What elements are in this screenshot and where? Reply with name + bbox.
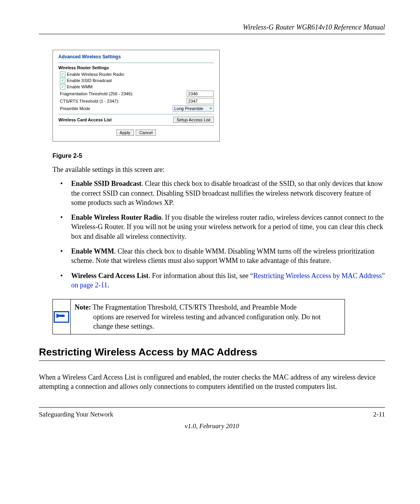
note-icon-cell bbox=[53, 299, 71, 334]
bullet-text: . Clear this check box to disable WMM. D… bbox=[71, 247, 374, 264]
checkbox-label: Enable Wireless Router Radio bbox=[67, 72, 124, 77]
cancel-button[interactable]: Cancel bbox=[136, 130, 156, 136]
footer-rule bbox=[39, 407, 385, 408]
wireless-router-settings-heading: Wireless Router Settings bbox=[58, 65, 214, 70]
list-item: Enable WMM. Clear this check box to disa… bbox=[60, 247, 385, 266]
note-line2: options are reserved for wireless testin… bbox=[75, 312, 341, 331]
footer-row: Safeguarding Your Network 2-11 bbox=[39, 411, 385, 418]
bullet-bold: Wireless Card Access List bbox=[71, 272, 149, 280]
fragmentation-input[interactable] bbox=[187, 91, 214, 97]
checkbox-label: Enable SSID Broadcast bbox=[67, 78, 112, 83]
field-label-cts: CTS/RTS Threshold (1 - 2347): bbox=[60, 99, 187, 103]
panel-divider bbox=[58, 63, 214, 63]
intro-paragraph: The available settings in this screen ar… bbox=[52, 165, 385, 174]
section-paragraph: When a Wireless Card Access List is conf… bbox=[39, 373, 385, 392]
list-item: Enable SSID Broadcast. Clear this check … bbox=[60, 179, 385, 207]
bullet-bold: Enable Wireless Router Radio bbox=[71, 214, 161, 221]
section-heading: Restricting Wireless Access by MAC Addre… bbox=[39, 346, 385, 358]
note-line1: The Fragmentation Threshold, CTS/RTS Thr… bbox=[91, 303, 297, 311]
panel-divider bbox=[58, 114, 214, 114]
apply-button[interactable]: Apply bbox=[116, 130, 134, 136]
page-number: 2-11 bbox=[373, 411, 385, 418]
bullet-text: . For information about this list, see bbox=[149, 272, 250, 280]
section-rule bbox=[39, 360, 385, 361]
arrow-icon bbox=[54, 311, 69, 323]
note-label: Note: bbox=[75, 303, 91, 311]
list-item: Enable Wireless Router Radio. If you dis… bbox=[60, 213, 385, 241]
checkbox-enable-wmm[interactable]: ✓ bbox=[60, 84, 65, 89]
checkbox-label: Enable WMM bbox=[67, 84, 93, 89]
preamble-select[interactable]: Long Preamble bbox=[173, 105, 214, 112]
note-text: Note: The Fragmentation Threshold, CTS/R… bbox=[71, 299, 345, 334]
figure-caption: Figure 2-5 bbox=[52, 152, 385, 159]
bullet-bold: Enable SSID Broadcast bbox=[71, 180, 142, 187]
bullet-text: . bbox=[107, 281, 109, 289]
field-label-preamble: Preamble Mode bbox=[60, 106, 173, 111]
checkbox-enable-ssid[interactable]: ✓ bbox=[60, 78, 65, 83]
checkbox-enable-radio[interactable]: ✓ bbox=[60, 72, 65, 77]
panel-title: Advanced Wireless Settings bbox=[58, 54, 214, 60]
setup-access-list-button[interactable]: Setup Access List bbox=[173, 117, 214, 123]
header-rule bbox=[39, 34, 385, 34]
doc-header-title: Wireless-G Router WGR614v10 Reference Ma… bbox=[39, 23, 385, 32]
advanced-wireless-panel: Advanced Wireless Settings Wireless Rout… bbox=[52, 50, 220, 142]
settings-list: Enable SSID Broadcast. Clear this check … bbox=[60, 179, 385, 290]
field-label-frag: Fragmentation Threshold (256 - 2346): bbox=[60, 91, 187, 96]
panel-divider bbox=[58, 125, 214, 126]
bullet-bold: Enable WMM bbox=[71, 247, 114, 255]
list-item: Wireless Card Access List. For informati… bbox=[60, 271, 385, 290]
note-box: Note: The Fragmentation Threshold, CTS/R… bbox=[52, 299, 345, 334]
ctsrts-input[interactable] bbox=[187, 98, 214, 104]
wireless-card-acl-heading: Wireless Card Access List bbox=[58, 117, 173, 122]
footer-left: Safeguarding Your Network bbox=[39, 411, 113, 418]
footer-version: v1.0, February 2010 bbox=[39, 422, 385, 430]
